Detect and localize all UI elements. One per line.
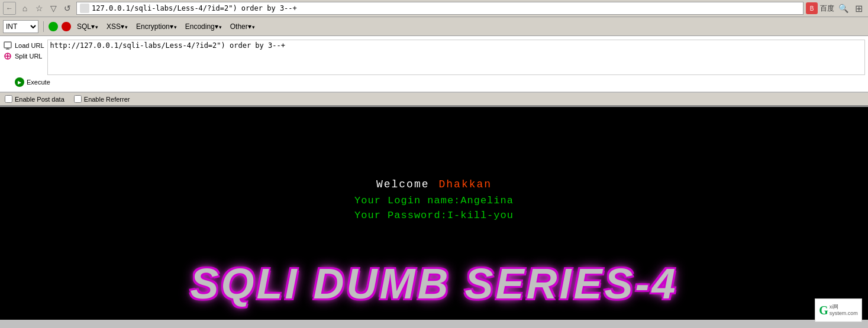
welcome-row: Welcome Dhakkan: [376, 178, 492, 190]
enable-referrer-label: Enable Referrer: [84, 96, 130, 103]
execute-row: ▶ Execute: [0, 76, 868, 89]
nav-bar: ← ⌂ ☆ ▽ ↺ 127.0.0.1/sqli-labs/Less-4/?id…: [0, 0, 868, 17]
baidu-icon: B: [806, 2, 818, 14]
load-url-icon: [3, 41, 12, 50]
execute-button-row[interactable]: ▶ Execute: [15, 77, 50, 87]
enable-post-item: Enable Post data: [5, 95, 64, 103]
search-icon[interactable]: 🔍: [837, 2, 850, 15]
expand-icon[interactable]: ⊞: [852, 2, 865, 15]
sql-menu[interactable]: SQL▾: [75, 21, 101, 32]
url-row: Load URL Split URL: [0, 38, 868, 76]
green-dot-icon: [49, 22, 58, 31]
svg-rect-0: [4, 42, 11, 48]
star-icon[interactable]: ☆: [33, 2, 46, 15]
refresh-icon[interactable]: ↺: [61, 2, 74, 15]
main-content: Welcome Dhakkan Your Login name:Angelina…: [0, 107, 868, 320]
star-fill-icon[interactable]: ▽: [47, 2, 60, 15]
xss-menu[interactable]: XSS▾: [104, 21, 130, 32]
enable-referrer-checkbox[interactable]: [74, 95, 82, 103]
enable-post-checkbox[interactable]: [5, 95, 12, 103]
enable-referrer-item: Enable Referrer: [74, 95, 130, 103]
dhakkan-label: Dhakkan: [439, 178, 492, 190]
checkboxes-row: Enable Post data Enable Referrer: [0, 92, 868, 106]
address-bar: 127.0.0.1/sqli-labs/Less-4/?id=2") order…: [76, 2, 804, 15]
enable-post-label: Enable Post data: [15, 96, 64, 103]
back-button[interactable]: ←: [3, 2, 16, 15]
browser-chrome: ← ⌂ ☆ ▽ ↺ 127.0.0.1/sqli-labs/Less-4/?id…: [0, 0, 868, 107]
watermark-text: xi网system.com: [830, 304, 858, 317]
split-url-label: Split URL: [15, 53, 42, 60]
execute-icon: ▶: [15, 77, 24, 87]
password-line: Your Password:I-kill-you: [354, 210, 514, 221]
home-icon[interactable]: ⌂: [18, 2, 31, 15]
separator: [43, 21, 44, 32]
side-buttons: Load URL Split URL: [3, 40, 44, 61]
welcome-label: Welcome: [376, 178, 430, 190]
type-select[interactable]: INT: [3, 20, 38, 33]
watermark: G xi网system.com: [815, 298, 862, 320]
encryption-menu[interactable]: Encryption▾: [134, 21, 179, 32]
url-area: Load URL Split URL ▶ Ex: [0, 36, 868, 92]
big-title: SQLI DUMB SERIES-4: [190, 259, 677, 308]
search-area: B 百度 🔍: [806, 2, 850, 15]
baidu-label: 百度: [820, 4, 834, 14]
execute-label: Execute: [27, 79, 50, 86]
toolbar: INT SQL▾ XSS▾ Encryption▾ Encoding▾ Othe…: [0, 17, 868, 36]
encoding-menu[interactable]: Encoding▾: [183, 21, 224, 32]
split-url-icon: [3, 51, 12, 61]
address-text: 127.0.0.1/sqli-labs/Less-4/?id=2") order…: [92, 4, 297, 12]
split-url-row[interactable]: Split URL: [3, 51, 44, 61]
load-url-row[interactable]: Load URL: [3, 41, 44, 50]
load-url-label: Load URL: [15, 42, 44, 49]
other-menu[interactable]: Other▾: [228, 21, 257, 32]
url-textarea[interactable]: [47, 40, 865, 75]
watermark-g: G: [819, 304, 828, 317]
login-name-line: Your Login name:Angelina: [354, 195, 514, 206]
red-dot-icon: [62, 22, 71, 31]
